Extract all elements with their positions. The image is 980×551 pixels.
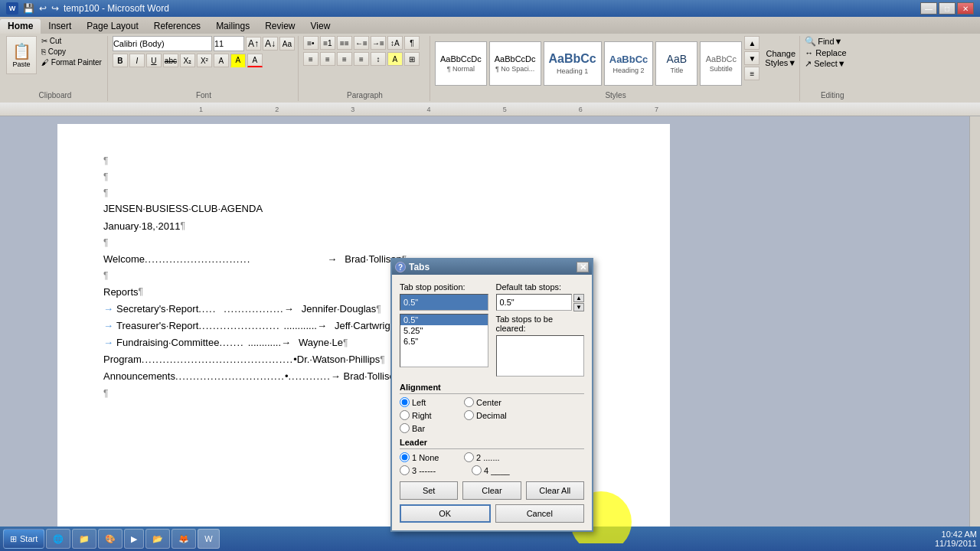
style-heading1[interactable]: AaBbCc Heading 1 [544, 41, 602, 86]
titlebar-controls[interactable]: — □ ✕ [920, 2, 974, 15]
justify-button[interactable]: ≡ [354, 52, 369, 66]
styles-more[interactable]: ≡ [744, 67, 760, 80]
tab-insert[interactable]: Insert [41, 19, 79, 34]
leader-underline-option[interactable]: 4 ____ [472, 465, 541, 475]
align-bar-option[interactable]: Bar [400, 423, 461, 433]
quick-access-save[interactable]: 💾 [23, 3, 34, 14]
quick-access-redo[interactable]: ↪ [51, 3, 59, 14]
strikethrough-button[interactable]: abc [163, 54, 178, 67]
borders-button[interactable]: ⊞ [404, 52, 420, 66]
cancel-button[interactable]: Cancel [495, 504, 585, 523]
leader-dash-option[interactable]: 3 ------ [400, 465, 469, 475]
close-button[interactable]: ✕ [957, 2, 974, 15]
start-button[interactable]: ⊞ Start [3, 529, 44, 549]
format-painter-button[interactable]: 🖌 Format Painter [39, 57, 104, 67]
line-spacing-button[interactable]: ↕ [371, 52, 386, 66]
text-effect-button[interactable]: A [214, 54, 229, 67]
replace-button[interactable]: ↔ Replace [805, 48, 846, 57]
numbering-button[interactable]: ≡1 [320, 36, 335, 50]
align-right-option[interactable]: Right [400, 410, 461, 420]
align-left-option[interactable]: Left [400, 397, 461, 407]
clear-all-button[interactable]: Clear All [526, 481, 584, 500]
align-right-button[interactable]: ≡ [337, 52, 352, 66]
style-subtitle[interactable]: AaBbCc Subtitle [700, 41, 742, 86]
tab-pagelayout[interactable]: Page Layout [79, 19, 145, 34]
listbox-item-525[interactable]: 5.25" [400, 325, 488, 336]
clipboard-sub: ✂ Cut ⎘ Copy 🖌 Format Painter [39, 36, 104, 80]
listbox-item-65[interactable]: 6.5" [400, 336, 488, 347]
taskbar-folder[interactable]: 📂 [145, 529, 170, 549]
to-clear-listbox[interactable] [496, 335, 585, 377]
style-normal[interactable]: AaBbCcDc ¶ Normal [435, 41, 487, 86]
dialog-titlebar: ? Tabs ✕ [392, 259, 592, 275]
tab-stop-input[interactable] [400, 294, 488, 311]
font-name-input[interactable] [113, 36, 212, 51]
clear-format-button[interactable]: Aa [279, 37, 295, 51]
bullets-button[interactable]: ≡• [303, 36, 318, 50]
underline-button[interactable]: U [146, 54, 162, 67]
style-heading2[interactable]: AaBbCc Heading 2 [604, 41, 654, 86]
styles-scroll-down[interactable]: ▼ [744, 51, 760, 65]
tab-mailings[interactable]: Mailings [208, 19, 257, 34]
select-button[interactable]: ↗ Select▼ [805, 59, 846, 69]
decrease-indent-button[interactable]: ←≡ [354, 36, 369, 50]
font-color-button[interactable]: A [247, 54, 263, 67]
listbox-item-05[interactable]: 0.5" [400, 315, 488, 325]
italic-button[interactable]: I [129, 54, 145, 67]
paste-button[interactable]: 📋 Paste [6, 36, 37, 74]
find-button[interactable]: 🔍 Find▼ [805, 36, 842, 47]
clear-button[interactable]: Clear [462, 481, 521, 500]
leader-none-option[interactable]: 1 None [400, 452, 461, 462]
tab-home[interactable]: Home [0, 19, 41, 34]
default-stops-up[interactable]: ▲ [573, 294, 584, 302]
multilevel-button[interactable]: ≡≡ [337, 36, 352, 50]
editing-group: 🔍 Find▼ ↔ Replace ↗ Select▼ Editing [802, 36, 863, 101]
minimize-button[interactable]: — [920, 2, 937, 15]
align-decimal-option[interactable]: Decimal [464, 410, 525, 420]
font-label: Font [109, 91, 298, 99]
taskbar-firefox[interactable]: 🦊 [172, 529, 196, 549]
subscript-button[interactable]: X₂ [180, 54, 195, 67]
highlight-button[interactable]: A [230, 54, 246, 67]
bold-button[interactable]: B [113, 54, 128, 67]
align-center-button[interactable]: ≡ [320, 52, 335, 66]
change-styles-button[interactable]: ChangeStyles▼ [765, 49, 796, 67]
styles-scroll-up[interactable]: ▲ [744, 36, 760, 50]
default-stops-input[interactable] [496, 294, 573, 311]
grow-font-button[interactable]: A↑ [246, 37, 261, 51]
dialog-help-icon[interactable]: ? [395, 262, 406, 272]
style-title[interactable]: AaB Title [655, 41, 697, 86]
shrink-font-button[interactable]: A↓ [263, 37, 278, 51]
ok-button[interactable]: OK [400, 504, 491, 523]
align-left-button[interactable]: ≡ [303, 52, 318, 66]
dialog-close-button[interactable]: ✕ [577, 262, 589, 272]
vertical-scrollbar[interactable] [969, 116, 980, 543]
tab-review[interactable]: Review [257, 19, 302, 34]
shading-button[interactable]: A [387, 52, 403, 66]
taskbar-ie[interactable]: 🌐 [46, 529, 70, 549]
style-nospacing[interactable]: AaBbCcDc ¶ No Spaci... [489, 41, 541, 86]
copy-button[interactable]: ⎘ Copy [39, 47, 104, 57]
show-marks-button[interactable]: ¶ [404, 36, 420, 50]
font-size-input[interactable] [214, 36, 244, 51]
taskbar-paint[interactable]: 🎨 [98, 529, 122, 549]
sort-button[interactable]: ↕A [387, 36, 403, 50]
taskbar-word[interactable]: W [198, 529, 219, 549]
leader-dots-option[interactable]: 2 ....... [464, 452, 533, 462]
doc-line: ¶ [103, 236, 624, 249]
taskbar-explorer[interactable]: 📁 [72, 529, 96, 549]
tab-stop-listbox[interactable]: 0.5" 5.25" 6.5" [400, 314, 488, 367]
default-stops-down[interactable]: ▼ [573, 303, 584, 311]
cut-button[interactable]: ✂ Cut [39, 36, 104, 46]
quick-access-undo[interactable]: ↩ [39, 3, 47, 14]
maximize-button[interactable]: □ [939, 2, 956, 15]
set-button[interactable]: Set [400, 481, 458, 500]
taskbar-media[interactable]: ▶ [124, 529, 144, 549]
tab-references[interactable]: References [146, 19, 208, 34]
dialog-top-buttons: Set Clear Clear All [400, 481, 584, 500]
superscript-button[interactable]: X² [197, 54, 212, 67]
doc-line: ¶ [103, 187, 624, 200]
increase-indent-button[interactable]: →≡ [371, 36, 386, 50]
tab-view[interactable]: View [303, 19, 338, 34]
align-center-option[interactable]: Center [464, 397, 525, 407]
